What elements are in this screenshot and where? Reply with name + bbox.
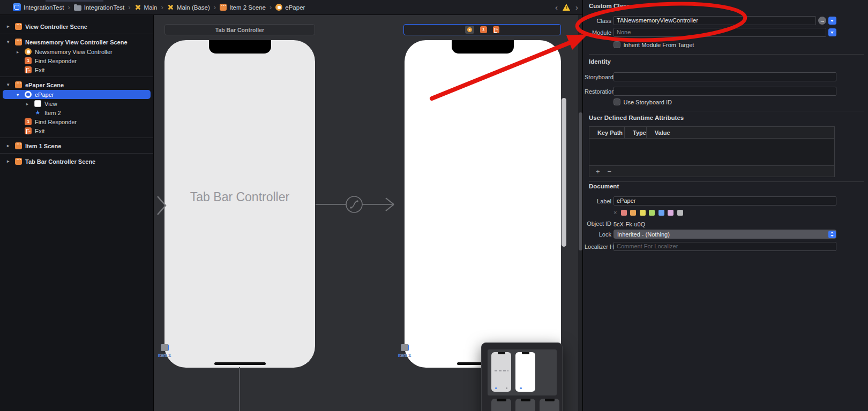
tab-bar-item[interactable]: Item 2 [386,344,423,358]
disclosure-chevron-icon[interactable]: ▾ [7,82,15,87]
section-header-custom-class: Custom Class [589,3,868,10]
outline-row[interactable]: First Responder [0,117,153,126]
jump-to-class-button[interactable]: → [818,17,826,25]
color-swatch[interactable] [630,210,636,216]
relationship-segue[interactable] [313,194,403,216]
disclosure-chevron-icon[interactable]: ▸ [7,143,15,148]
outline-row[interactable]: ▾ ePaper [3,90,151,99]
color-swatch[interactable] [659,210,664,216]
document-label-row: Label ePaper [585,196,836,206]
outline-row[interactable]: Item 2 [0,108,153,117]
section-header-document: Document [589,183,868,191]
disclosure-chevron-icon[interactable]: ▾ [7,39,15,44]
color-swatch[interactable] [668,210,674,216]
localizer-hint-field[interactable]: Comment For Localizer [613,242,836,251]
breadcrumb-item[interactable]: › Item 2 Scene [210,3,266,11]
canvas-minimap[interactable] [481,342,563,411]
first-responder-icon[interactable] [480,26,487,33]
module-field[interactable]: None [613,28,826,37]
inherit-module-row: Inherit Module From Target [613,41,868,48]
inherit-module-checkbox[interactable] [613,41,620,48]
disclosure-chevron-icon[interactable]: ▸ [7,24,15,29]
warning-icon[interactable]: ! [562,4,571,11]
class-field[interactable]: TANewsmemoryViewController [613,16,816,25]
disclosure-chevron-icon[interactable]: ▸ [7,158,15,164]
breadcrumb-icon [220,4,227,11]
table-column-header: Key Path [589,127,625,138]
color-swatch[interactable] [640,210,646,216]
runtime-attributes-table: Key Path Type Value + − [589,126,835,177]
object-id-value: 5cX-Fk-u0Q [613,220,645,227]
remove-attribute-button[interactable]: − [608,168,612,176]
breadcrumb-icon [167,4,174,11]
jump-bar: IntegrationTest › IntegrationTest › Main… [0,0,582,15]
home-indicator [214,362,266,365]
module-row: Module None [585,28,836,37]
breadcrumb-item[interactable]: › Main [124,3,157,11]
breadcrumb-item[interactable]: › Main (Base) [158,3,210,11]
outline-row[interactable]: ▾ Newsmemory View Controller Scene [0,36,153,47]
add-attribute-button[interactable]: + [596,168,600,176]
outline-item-icon [34,109,41,116]
outline-item-icon [25,91,32,98]
outline-row[interactable]: ▸ Newsmemory View Controller [0,47,153,56]
restoration-id-label: Restoration ID [585,88,611,95]
view-controller-icon[interactable] [465,26,474,34]
color-swatch[interactable] [677,210,683,216]
outline-row[interactable]: ▾ ePaper Scene [0,79,153,90]
minimap-scene-thumbnail [515,352,535,392]
localizer-hint-row: Localizer Hint Comment For Localizer [585,242,836,251]
scene-header-label: Tab Bar Controller [215,27,264,33]
color-swatch[interactable] [649,210,655,216]
outline-row[interactable]: ▸ View [0,99,153,108]
storyboard-id-field[interactable] [613,72,836,81]
outline-row[interactable]: ▸ Item 1 Scene [0,140,153,151]
outline-row[interactable]: First Responder [0,56,153,65]
breadcrumb-icon [134,4,141,11]
section-divider [589,181,864,182]
disclosure-chevron-icon[interactable]: ▸ [26,101,34,106]
breadcrumb-label: Main [144,4,158,11]
breadcrumb-item[interactable]: › ePaper [266,3,305,11]
scene-header-epaper-selected[interactable] [403,24,561,35]
outline-item-icon [25,118,32,125]
outline-item-label: ePaper Scene [25,81,64,88]
breadcrumb-item[interactable]: IntegrationTest [5,3,64,11]
storyboard-canvas[interactable]: Tab Bar Controller Tab Bar Controller It… [154,15,582,411]
storyboard-id-row: Storyboard ID [585,72,836,81]
restoration-id-field[interactable] [613,87,836,96]
breadcrumb-icon [13,3,21,11]
outline-divider [0,138,153,138]
minimap-scene-thumbnail [491,352,511,392]
disclosure-chevron-icon[interactable]: ▾ [17,92,25,97]
lock-popup-button[interactable]: Inherited - (Nothing) [613,230,836,239]
back-arrow-button[interactable]: ‹ [555,0,558,15]
editor-nav-controls: ‹ ! › [555,0,578,15]
outline-row[interactable]: Exit [0,126,153,135]
runtime-attributes-table-body[interactable] [589,139,834,165]
tab-bar-controller-scene[interactable]: Tab Bar Controller Item 1 Item 2 [164,40,315,368]
forward-arrow-button[interactable]: › [575,0,578,15]
epaper-scene[interactable]: Item 1 Item 2 [405,40,561,368]
module-dropdown-button[interactable] [828,28,836,36]
color-swatch[interactable] [621,210,627,216]
breadcrumb-item[interactable]: › IntegrationTest [64,3,124,11]
breadcrumb-separator: › [161,3,163,11]
clear-color-button[interactable]: × [613,210,617,216]
scene-header-tab-bar-controller[interactable]: Tab Bar Controller [164,24,315,35]
disclosure-chevron-icon[interactable]: ▸ [17,49,25,55]
tab-top-sliver [46,0,103,2]
outline-row[interactable]: ▸ View Controller Scene [0,21,153,32]
tab-bar-item[interactable]: Item 2 [154,344,183,358]
class-dropdown-button[interactable] [828,17,836,25]
outline-row[interactable]: ▸ Tab Bar Controller Scene [0,156,153,166]
use-storyboard-id-checkbox[interactable] [613,98,620,105]
outline-row[interactable]: Exit [0,65,153,74]
document-label-field[interactable]: ePaper [613,196,836,206]
inspector-scrollbar-thumb[interactable] [579,112,582,250]
canvas-vertical-scrollbar[interactable] [562,98,566,247]
phone-notch [209,40,271,54]
outline-item-label: Item 1 Scene [25,142,61,149]
outline-item-icon [25,127,32,134]
exit-icon[interactable] [493,26,500,33]
